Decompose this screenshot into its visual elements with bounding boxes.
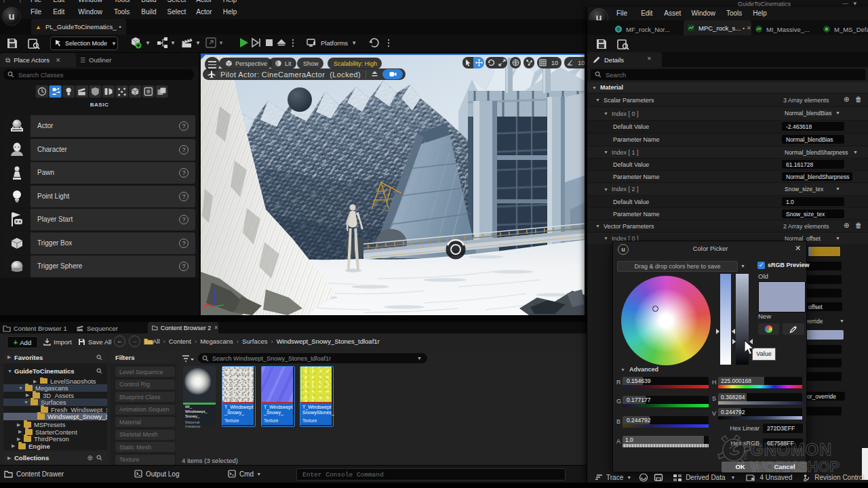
svg-text:▼: ▼ bbox=[170, 40, 176, 46]
svg-text:▼: ▼ bbox=[145, 40, 151, 46]
svg-text:▼: ▼ bbox=[195, 40, 201, 46]
svg-text:▼: ▼ bbox=[218, 40, 224, 46]
